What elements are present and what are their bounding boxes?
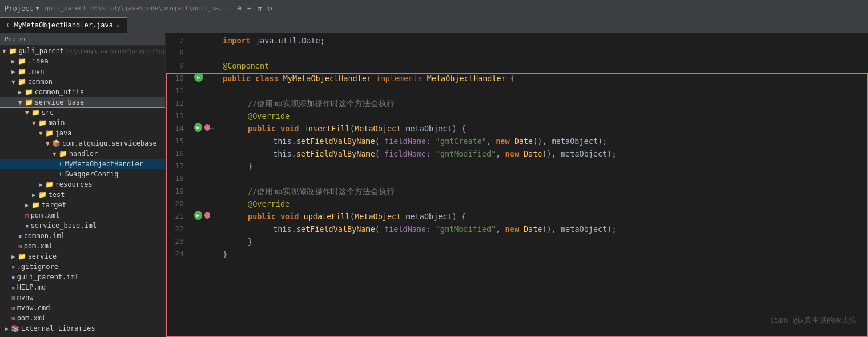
- fold-10[interactable]: —: [210, 71, 218, 83]
- common_utils-label: common_utils: [35, 88, 85, 96]
- ln-13: 13: [166, 110, 188, 122]
- sidebar-item-gitignore[interactable]: ▪ .gitignore: [0, 262, 165, 272]
- editor-inner: 7 8 9 10 11 12 13 14 15 16 17 18 19 20 2…: [166, 33, 868, 337]
- MyMetaObjectHandler-label: MyMetaObjectHandler: [65, 160, 143, 168]
- collapse-icon[interactable]: ⇈: [258, 4, 262, 13]
- ln-21: 21: [166, 210, 188, 223]
- mvnw-label: mvnw: [17, 294, 34, 302]
- ln-16: 16: [166, 147, 188, 160]
- sidebar-item-java[interactable]: ▼ 📁 java: [0, 128, 165, 138]
- folder-closed-icon2: ▶: [11, 68, 15, 75]
- run-icon-21: ▶: [194, 211, 202, 220]
- gutter-21: ▶: [194, 209, 210, 222]
- gutter-20: [194, 196, 210, 209]
- java-label: java: [55, 129, 72, 137]
- mvn-label: .mvn: [28, 67, 45, 75]
- project-dropdown-icon[interactable]: ▼: [36, 5, 39, 11]
- project-label: Project ▼ guli_parent D:\study\java\code…: [5, 5, 230, 13]
- handler-folder-icon: 📁: [59, 150, 67, 158]
- locate-icon[interactable]: ⊕: [237, 4, 242, 13]
- sidebar-item-mvn[interactable]: ▶ 📁 .mvn: [0, 66, 165, 77]
- external-libraries-label: External Libraries: [21, 324, 95, 332]
- sidebar-item-target[interactable]: ▶ 📁 target: [0, 200, 165, 210]
- fold-gutter: — — —: [210, 33, 218, 337]
- sidebar-item-idea[interactable]: ▶ 📁 .idea: [0, 56, 165, 66]
- code-line-11: [223, 85, 863, 97]
- sidebar-item-service_base_iml[interactable]: ▪ service_base.iml: [0, 220, 165, 231]
- ln-18: 18: [166, 172, 188, 185]
- sidebar-item-service_base[interactable]: ▼ 📁 service_base: [0, 97, 165, 107]
- ln-24: 24: [166, 248, 188, 260]
- tab-mymeta[interactable]: C MyMetaObjectHandler.java ✕: [0, 17, 127, 33]
- sidebar-item-guli_parent_iml[interactable]: ▪ guli_parent.iml: [0, 272, 165, 282]
- guli_parent-label: guli_parent: [19, 47, 64, 55]
- code-line-21: public void updateFill(MetaObject metaOb…: [223, 210, 863, 223]
- gutter-14: ▶: [194, 121, 210, 134]
- ln-14: 14: [166, 122, 188, 135]
- sidebar-item-pom-xml[interactable]: m pom.xml: [0, 210, 165, 220]
- sidebar-item-test[interactable]: ▶ 📁 test: [0, 190, 165, 200]
- service-icon: ▶: [11, 253, 15, 260]
- service_base-open-icon: ▼: [18, 99, 22, 106]
- code-line-10: public class MyMetaObjectHandler impleme…: [223, 72, 863, 85]
- code-line-14: public void insertFill(MetaObject metaOb…: [223, 122, 863, 135]
- gutter-13: [194, 109, 210, 121]
- path-label: D:\study\java\code\project\guli_pa...: [66, 48, 166, 54]
- fold-14[interactable]: —: [210, 121, 218, 134]
- breakpoint-14[interactable]: [204, 124, 210, 131]
- code-line-23: }: [223, 235, 863, 248]
- ln-12: 12: [166, 97, 188, 110]
- service_base-folder-icon: 📁: [25, 98, 33, 106]
- sidebar-item-pom2[interactable]: m pom.xml: [0, 241, 165, 251]
- iml-icon: ▪: [25, 222, 29, 230]
- code-editor[interactable]: 7 8 9 10 11 12 13 14 15 16 17 18 19 20 2…: [166, 33, 868, 337]
- fold-20: [210, 196, 218, 209]
- sidebar-item-src[interactable]: ▼ 📁 src: [0, 107, 165, 118]
- sidebar-item-pom3[interactable]: m pom.xml: [0, 313, 165, 323]
- idea-label: .idea: [28, 57, 49, 65]
- tab-close-icon[interactable]: ✕: [116, 22, 120, 29]
- sidebar-item-mvnw[interactable]: m mvnw: [0, 292, 165, 303]
- sidebar-item-main[interactable]: ▼ 📁 main: [0, 118, 165, 128]
- code-line-18: [223, 172, 863, 185]
- sidebar-item-service[interactable]: ▶ 📁 service: [0, 251, 165, 262]
- code-line-19: //使用mp实现修改操作时这个方法会执行: [223, 185, 863, 198]
- sidebar-item-common[interactable]: ▼ 📁 common: [0, 77, 165, 87]
- service_base-label: service_base: [35, 98, 85, 106]
- minimize-icon[interactable]: —: [278, 4, 282, 13]
- service_base_iml-label: service_base.iml: [31, 222, 97, 230]
- sidebar-item-resources[interactable]: ▶ 📁 resources: [0, 179, 165, 190]
- gutter-10: ▶: [194, 71, 210, 83]
- test-folder-icon: 📁: [38, 191, 47, 199]
- fold-21[interactable]: —: [210, 209, 218, 222]
- main-folder-icon: 📁: [38, 119, 47, 127]
- common_utils-icon: ▶: [18, 89, 22, 96]
- ln-9: 9: [166, 59, 188, 72]
- sidebar-item-MyMetaObjectHandler[interactable]: C MyMetaObjectHandler: [0, 159, 165, 169]
- breakpoint-21[interactable]: [204, 212, 210, 219]
- sidebar-item-external-libraries[interactable]: ▶ 📚 External Libraries: [0, 323, 165, 334]
- line-numbers: 7 8 9 10 11 12 13 14 15 16 17 18 19 20 2…: [166, 33, 194, 337]
- handler-label: handler: [69, 150, 98, 158]
- resources-label: resources: [55, 180, 93, 188]
- code-line-7: import java.util.Date;: [223, 34, 863, 47]
- fold-19: [210, 184, 218, 196]
- toolbar-icons: ⊕ ≡ ⇈ ⚙ —: [237, 4, 282, 13]
- sidebar-item-SwaggerConfig[interactable]: C SwaggerConfig: [0, 169, 165, 179]
- project-path: guli_parent D:\study\java\code\project\g…: [45, 5, 231, 12]
- gutter-9: [194, 58, 210, 71]
- sidebar-item-guli_parent[interactable]: ▼ 📁 guli_parent D:\study\java\code\proje…: [0, 46, 165, 56]
- menu-icon[interactable]: ≡: [247, 4, 252, 13]
- gutter-15: [194, 134, 210, 146]
- external-folder-icon: 📚: [11, 324, 19, 332]
- fold-12: [210, 96, 218, 109]
- sidebar-item-package[interactable]: ▼ 📦 com.atguigu.servicebase: [0, 138, 165, 149]
- settings-icon[interactable]: ⚙: [268, 4, 272, 13]
- gutter-17: [194, 159, 210, 171]
- sidebar-item-help-md[interactable]: ▪ HELP.md: [0, 282, 165, 292]
- sidebar-item-common_utils[interactable]: ▶ 📁 common_utils: [0, 87, 165, 97]
- ln-11: 11: [166, 85, 188, 97]
- sidebar-item-common_iml[interactable]: ▪ common.iml: [0, 231, 165, 241]
- sidebar-item-mvnw-cmd[interactable]: m mvnw.cmd: [0, 303, 165, 313]
- sidebar-item-handler[interactable]: ▼ 📁 handler: [0, 149, 165, 159]
